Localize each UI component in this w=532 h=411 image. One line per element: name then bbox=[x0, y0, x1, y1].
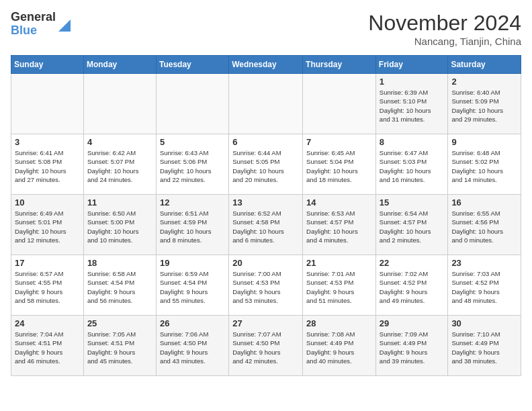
day-number: 2 bbox=[451, 77, 517, 87]
title-block: November 2024 Nancang, Tianjin, China bbox=[368, 11, 521, 47]
calendar-cell: 26Sunrise: 7:06 AM Sunset: 4:50 PM Dayli… bbox=[156, 316, 228, 376]
day-info: Sunrise: 6:43 AM Sunset: 5:06 PM Dayligh… bbox=[160, 148, 225, 184]
calendar-cell: 9Sunrise: 6:48 AM Sunset: 5:02 PM Daylig… bbox=[448, 134, 521, 195]
weekday-header-wednesday: Wednesday bbox=[229, 56, 303, 74]
calendar-week-row: 24Sunrise: 7:04 AM Sunset: 4:51 PM Dayli… bbox=[11, 316, 521, 376]
day-info: Sunrise: 7:05 AM Sunset: 4:51 PM Dayligh… bbox=[87, 330, 152, 365]
calendar-cell: 30Sunrise: 7:10 AM Sunset: 4:49 PM Dayli… bbox=[448, 316, 521, 376]
day-number: 16 bbox=[451, 197, 517, 208]
day-info: Sunrise: 6:57 AM Sunset: 4:55 PM Dayligh… bbox=[15, 269, 80, 305]
day-info: Sunrise: 7:00 AM Sunset: 4:53 PM Dayligh… bbox=[232, 269, 299, 305]
calendar-cell: 7Sunrise: 6:45 AM Sunset: 5:04 PM Daylig… bbox=[303, 134, 376, 195]
day-number: 24 bbox=[15, 318, 80, 328]
weekday-header-monday: Monday bbox=[83, 56, 156, 74]
calendar-cell: 27Sunrise: 7:07 AM Sunset: 4:50 PM Dayli… bbox=[229, 316, 303, 376]
day-number: 1 bbox=[380, 77, 445, 87]
calendar-cell: 23Sunrise: 7:03 AM Sunset: 4:52 PM Dayli… bbox=[448, 255, 521, 316]
calendar-cell: 22Sunrise: 7:02 AM Sunset: 4:52 PM Dayli… bbox=[375, 255, 448, 316]
logo: General Blue bbox=[11, 11, 71, 38]
day-number: 7 bbox=[306, 137, 372, 147]
day-info: Sunrise: 7:03 AM Sunset: 4:52 PM Dayligh… bbox=[451, 269, 517, 305]
day-info: Sunrise: 7:10 AM Sunset: 4:49 PM Dayligh… bbox=[451, 330, 517, 365]
day-number: 21 bbox=[306, 258, 372, 268]
calendar-week-row: 17Sunrise: 6:57 AM Sunset: 4:55 PM Dayli… bbox=[11, 255, 521, 316]
calendar-cell: 24Sunrise: 7:04 AM Sunset: 4:51 PM Dayli… bbox=[11, 316, 84, 376]
day-info: Sunrise: 6:39 AM Sunset: 5:10 PM Dayligh… bbox=[380, 88, 445, 124]
day-number: 22 bbox=[380, 258, 445, 268]
day-number: 17 bbox=[15, 258, 80, 268]
day-number: 6 bbox=[232, 137, 299, 147]
calendar-cell bbox=[83, 74, 156, 134]
day-number: 8 bbox=[380, 137, 445, 147]
day-info: Sunrise: 6:45 AM Sunset: 5:04 PM Dayligh… bbox=[306, 148, 372, 184]
day-info: Sunrise: 7:01 AM Sunset: 4:53 PM Dayligh… bbox=[306, 269, 372, 305]
calendar-cell bbox=[156, 74, 228, 134]
weekday-header-row: SundayMondayTuesdayWednesdayThursdayFrid… bbox=[11, 56, 521, 74]
day-number: 10 bbox=[15, 197, 80, 208]
day-number: 19 bbox=[160, 258, 225, 268]
day-number: 18 bbox=[87, 258, 152, 268]
day-number: 28 bbox=[306, 318, 372, 328]
day-number: 23 bbox=[451, 258, 517, 268]
day-info: Sunrise: 6:50 AM Sunset: 5:00 PM Dayligh… bbox=[87, 209, 152, 244]
day-number: 27 bbox=[232, 318, 299, 328]
day-info: Sunrise: 6:44 AM Sunset: 5:05 PM Dayligh… bbox=[232, 148, 299, 184]
calendar-cell: 15Sunrise: 6:54 AM Sunset: 4:57 PM Dayli… bbox=[375, 195, 448, 255]
day-number: 4 bbox=[87, 137, 152, 147]
day-number: 29 bbox=[380, 318, 445, 328]
day-info: Sunrise: 6:54 AM Sunset: 4:57 PM Dayligh… bbox=[380, 209, 445, 244]
calendar-week-row: 1Sunrise: 6:39 AM Sunset: 5:10 PM Daylig… bbox=[11, 74, 521, 134]
logo-blue: Blue bbox=[11, 24, 37, 37]
calendar-cell: 13Sunrise: 6:52 AM Sunset: 4:58 PM Dayli… bbox=[229, 195, 303, 255]
day-number: 11 bbox=[87, 197, 152, 208]
day-number: 30 bbox=[451, 318, 517, 328]
weekday-header-tuesday: Tuesday bbox=[156, 56, 228, 74]
calendar-cell bbox=[229, 74, 303, 134]
weekday-header-saturday: Saturday bbox=[448, 56, 521, 74]
logo-triangle-icon bbox=[58, 17, 71, 32]
day-info: Sunrise: 6:49 AM Sunset: 5:01 PM Dayligh… bbox=[15, 209, 80, 244]
calendar-cell: 10Sunrise: 6:49 AM Sunset: 5:01 PM Dayli… bbox=[11, 195, 84, 255]
weekday-header-friday: Friday bbox=[375, 56, 448, 74]
calendar-cell: 19Sunrise: 6:59 AM Sunset: 4:54 PM Dayli… bbox=[156, 255, 228, 316]
day-info: Sunrise: 6:48 AM Sunset: 5:02 PM Dayligh… bbox=[451, 148, 517, 184]
weekday-header-thursday: Thursday bbox=[303, 56, 376, 74]
svg-marker-0 bbox=[58, 19, 71, 32]
day-info: Sunrise: 7:02 AM Sunset: 4:52 PM Dayligh… bbox=[380, 269, 445, 305]
calendar-cell: 14Sunrise: 6:53 AM Sunset: 4:57 PM Dayli… bbox=[303, 195, 376, 255]
calendar-cell: 18Sunrise: 6:58 AM Sunset: 4:54 PM Dayli… bbox=[83, 255, 156, 316]
calendar-cell: 16Sunrise: 6:55 AM Sunset: 4:56 PM Dayli… bbox=[448, 195, 521, 255]
day-number: 12 bbox=[160, 197, 225, 208]
calendar-week-row: 3Sunrise: 6:41 AM Sunset: 5:08 PM Daylig… bbox=[11, 134, 521, 195]
calendar-cell: 20Sunrise: 7:00 AM Sunset: 4:53 PM Dayli… bbox=[229, 255, 303, 316]
day-info: Sunrise: 7:04 AM Sunset: 4:51 PM Dayligh… bbox=[15, 330, 80, 365]
calendar-cell: 25Sunrise: 7:05 AM Sunset: 4:51 PM Dayli… bbox=[83, 316, 156, 376]
day-number: 20 bbox=[232, 258, 299, 268]
day-number: 3 bbox=[15, 137, 80, 147]
day-info: Sunrise: 6:51 AM Sunset: 4:59 PM Dayligh… bbox=[160, 209, 225, 244]
day-info: Sunrise: 7:08 AM Sunset: 4:49 PM Dayligh… bbox=[306, 330, 372, 365]
calendar-cell: 8Sunrise: 6:47 AM Sunset: 5:03 PM Daylig… bbox=[375, 134, 448, 195]
day-number: 26 bbox=[160, 318, 225, 328]
calendar-cell: 2Sunrise: 6:40 AM Sunset: 5:09 PM Daylig… bbox=[448, 74, 521, 134]
day-info: Sunrise: 6:55 AM Sunset: 4:56 PM Dayligh… bbox=[451, 209, 517, 244]
calendar-cell: 6Sunrise: 6:44 AM Sunset: 5:05 PM Daylig… bbox=[229, 134, 303, 195]
day-info: Sunrise: 6:47 AM Sunset: 5:03 PM Dayligh… bbox=[380, 148, 445, 184]
logo-general: General bbox=[11, 10, 56, 24]
day-number: 15 bbox=[380, 197, 445, 208]
calendar-cell: 1Sunrise: 6:39 AM Sunset: 5:10 PM Daylig… bbox=[375, 74, 448, 134]
day-number: 13 bbox=[232, 197, 299, 208]
day-info: Sunrise: 6:52 AM Sunset: 4:58 PM Dayligh… bbox=[232, 209, 299, 244]
day-info: Sunrise: 6:58 AM Sunset: 4:54 PM Dayligh… bbox=[87, 269, 152, 305]
calendar-table: SundayMondayTuesdayWednesdayThursdayFrid… bbox=[11, 55, 521, 376]
calendar-cell: 12Sunrise: 6:51 AM Sunset: 4:59 PM Dayli… bbox=[156, 195, 228, 255]
page-header: General Blue November 2024 Nancang, Tian… bbox=[11, 11, 521, 47]
location-label: Nancang, Tianjin, China bbox=[368, 36, 521, 47]
day-number: 14 bbox=[306, 197, 372, 208]
day-number: 5 bbox=[160, 137, 225, 147]
day-number: 9 bbox=[451, 137, 517, 147]
day-info: Sunrise: 7:06 AM Sunset: 4:50 PM Dayligh… bbox=[160, 330, 225, 365]
day-info: Sunrise: 6:42 AM Sunset: 5:07 PM Dayligh… bbox=[87, 148, 152, 184]
calendar-cell: 4Sunrise: 6:42 AM Sunset: 5:07 PM Daylig… bbox=[83, 134, 156, 195]
day-info: Sunrise: 6:41 AM Sunset: 5:08 PM Dayligh… bbox=[15, 148, 80, 184]
